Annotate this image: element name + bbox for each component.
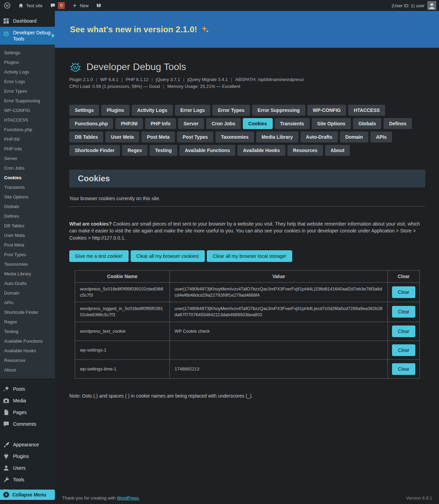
sidebar-item-users[interactable]: Users [0, 462, 55, 474]
clear-all-my-browser-cookies-button[interactable]: Clear all my browser cookies! [131, 250, 205, 262]
clear-cookie-button[interactable]: Clear [392, 306, 415, 318]
sidebar-subitem-shortcode-finder[interactable]: Shortcode Finder [0, 308, 55, 317]
tab-available-hooks[interactable]: Available Hooks [237, 145, 285, 156]
tab-functions-php[interactable]: Functions.php [69, 118, 113, 129]
sidebar-subitem-site-options[interactable]: Site Options [0, 192, 55, 202]
tab-error-suppressing[interactable]: Error Suppressing [252, 105, 305, 116]
sidebar-subitem-regex[interactable]: Regex [0, 317, 55, 327]
sidebar-subitem-domain[interactable]: Domain [0, 288, 55, 298]
tab-settings[interactable]: Settings [69, 105, 99, 116]
tab-available-functions[interactable]: Available Functions [179, 145, 236, 156]
sidebar-item-developer-debug-tools[interactable]: W Developer Debug Tools [0, 27, 55, 45]
sparkles-icon [201, 25, 210, 34]
tab-error-logs[interactable]: Error Logs [175, 105, 211, 116]
sidebar-subitem-settings[interactable]: Settings [0, 48, 55, 58]
tab-wp-config[interactable]: WP-CONFIG [307, 105, 346, 116]
clear-cookie-button[interactable]: Clear [392, 363, 415, 375]
tab-domain[interactable]: Domain [340, 131, 368, 142]
sidebar-item-media[interactable]: Media [0, 395, 55, 406]
tab-apis[interactable]: APIs [370, 131, 392, 142]
sidebar-subitem-php-ini[interactable]: PHP.INI [0, 135, 55, 144]
sidebar-item-dashboard[interactable]: Dashboard [0, 15, 55, 27]
wordpress-link[interactable]: WordPress [117, 495, 139, 501]
tab-php-ini[interactable]: PHP.INI [115, 118, 143, 129]
site-name-link[interactable]: Test site [14, 0, 46, 11]
tab-server[interactable]: Server [178, 118, 204, 129]
tab-auto-drafts[interactable]: Auto-Drafts [300, 131, 338, 142]
tab-taxonomies[interactable]: Taxonomies [215, 131, 254, 142]
sidebar-item-comments[interactable]: Comments [0, 418, 55, 430]
sidebar-item-tools[interactable]: Tools [0, 474, 55, 485]
sidebar-subitem-cookies[interactable]: Cookies [0, 173, 55, 183]
tab-shortcode-finder[interactable]: Shortcode Finder [69, 145, 120, 156]
sidebar-subitem-available-hooks[interactable]: Available Hooks [0, 346, 55, 356]
tab-error-types[interactable]: Error Types [212, 105, 250, 116]
sidebar-subitem-error-logs[interactable]: Error Logs [0, 77, 55, 87]
tab-resources[interactable]: Resources [287, 145, 323, 156]
update-banner[interactable]: See what's new in version 2.1.0! [55, 11, 439, 48]
collapse-menu-button[interactable]: Collapse Menu [0, 490, 55, 500]
tab-defines[interactable]: Defines [383, 118, 412, 129]
sidebar-item-posts[interactable]: Posts [0, 383, 55, 395]
tab-db-tables[interactable]: DB Tables [69, 131, 103, 142]
sidebar-item-label: Users [13, 465, 26, 471]
tab-transients[interactable]: Transients [275, 118, 310, 129]
tab-testing[interactable]: Testing [150, 145, 177, 156]
clear-cookie-button[interactable]: Clear [392, 325, 415, 337]
sidebar-subitem-cron-jobs[interactable]: Cron Jobs [0, 163, 55, 173]
clear-all-my-browser-local-storage-button[interactable]: Clear all my browser local storage! [207, 250, 292, 262]
sidebar-subitem-transients[interactable]: Transients [0, 183, 55, 192]
sidebar-subitem-resources[interactable]: Resources [0, 356, 55, 365]
tab-plugins[interactable]: Plugins [101, 105, 130, 116]
sidebar-item-plugins[interactable]: Plugins [0, 450, 55, 462]
clear-cookie-button[interactable]: Clear [392, 286, 415, 298]
tab-htaccess[interactable]: HTACCESS [348, 105, 385, 116]
sidebar-subitem-plugins[interactable]: Plugins [0, 58, 55, 67]
tab-post-types[interactable]: Post Types [177, 131, 213, 142]
tab-cookies[interactable]: Cookies [243, 118, 272, 129]
tab-php-info[interactable]: PHP Info [145, 118, 176, 129]
sidebar-subitem-post-types[interactable]: Post Types [0, 250, 55, 260]
tab-site-options[interactable]: Site Options [312, 118, 351, 129]
sidebar-subitem-post-meta[interactable]: Post Meta [0, 240, 55, 250]
debug-tools-adminbar-link[interactable] [92, 0, 105, 11]
sidebar-subitem-error-suppressing[interactable]: Error Suppressing [0, 96, 55, 106]
sidebar-subitem-activity-logs[interactable]: Activity Logs [0, 67, 55, 77]
sidebar-subitem-error-types[interactable]: Error Types [0, 87, 55, 96]
give-me-a-test-cookie-button[interactable]: Give me a test cookie! [69, 250, 129, 262]
sidebar-subitem-testing[interactable]: Testing [0, 327, 55, 336]
sidebar-subitem-about[interactable]: About [0, 365, 55, 375]
tab-user-meta[interactable]: User Meta [105, 131, 139, 142]
new-content-link[interactable]: New [69, 0, 92, 11]
sidebar-item-pages[interactable]: Pages [0, 406, 55, 418]
tab-globals[interactable]: Globals [353, 118, 381, 129]
sidebar-subitem-media-library[interactable]: Media Library [0, 269, 55, 279]
sidebar-subitem-server[interactable]: Server [0, 154, 55, 163]
sidebar-subitem-globals[interactable]: Globals [0, 202, 55, 211]
avatar[interactable] [427, 1, 436, 10]
sidebar-subitem-taxonomies[interactable]: Taxonomies [0, 260, 55, 269]
sidebar-subitem-php-info[interactable]: PHP Info [0, 144, 55, 154]
tab-media-library[interactable]: Media Library [256, 131, 298, 142]
tab-cron-jobs[interactable]: Cron Jobs [206, 118, 241, 129]
sidebar-subitem-db-tables[interactable]: DB Tables [0, 221, 55, 231]
tab-about[interactable]: About [325, 145, 350, 156]
sidebar-subitem-functions-php[interactable]: Functions.php [0, 125, 55, 135]
sidebar-subitem-user-meta[interactable]: User Meta [0, 231, 55, 240]
section-heading-panel: Cookies [69, 170, 425, 187]
tab-regex[interactable]: Regex [122, 145, 147, 156]
cookie-clear-cell: Clear [388, 359, 420, 378]
comments-link[interactable]: 0 [46, 0, 69, 11]
sidebar-subitem-available-functions[interactable]: Available Functions [0, 336, 55, 346]
sidebar-subitem-apis[interactable]: APIs [0, 298, 55, 308]
sidebar-subitem-htaccess[interactable]: HTACCESS [0, 115, 55, 125]
sidebar-subitem-defines[interactable]: Defines [0, 211, 55, 221]
sidebar-item-appearance[interactable]: Appearance [0, 439, 55, 450]
sidebar-subitem-auto-drafts[interactable]: Auto-Drafts [0, 279, 55, 288]
clear-cookie-button[interactable]: Clear [392, 344, 415, 356]
tab-activity-logs[interactable]: Activity Logs [132, 105, 173, 116]
user-info[interactable]: (User ID: 1) user [392, 3, 425, 8]
tab-post-meta[interactable]: Post Meta [141, 131, 175, 142]
sidebar-subitem-wp-config[interactable]: WP-CONFIG [0, 106, 55, 115]
wp-logo-menu[interactable]: W [0, 0, 14, 11]
